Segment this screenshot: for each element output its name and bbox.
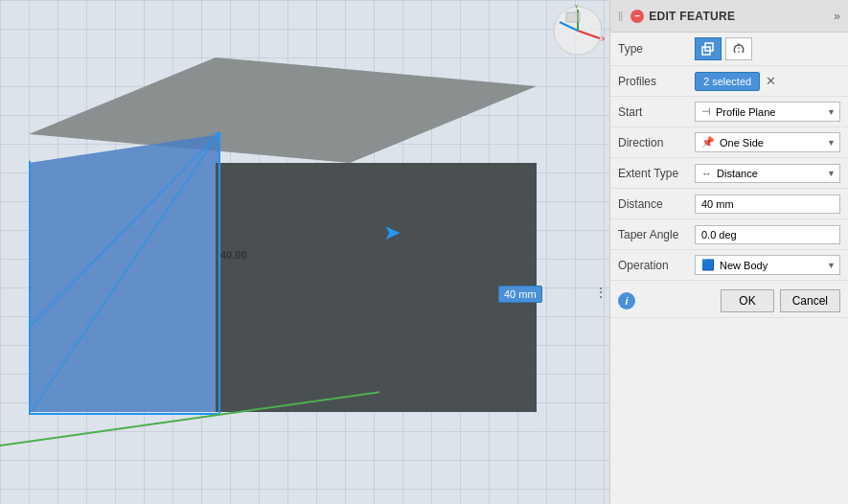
type-row: Type — [610, 33, 848, 66]
svg-text:X: X — [601, 34, 605, 43]
extent-dropdown[interactable]: ↔ Distance ▼ — [695, 164, 840, 183]
profiles-row: Profiles 2 selected ✕ — [610, 66, 848, 97]
panel-header: || − EDIT FEATURE » — [610, 0, 848, 33]
direction-dropdown-icon: 📌 — [701, 136, 715, 149]
drag-handle-icon: || — [618, 11, 623, 21]
direction-row: Direction 📌 One Side ▼ — [610, 127, 848, 158]
taper-controls — [695, 225, 840, 244]
operation-dropdown[interactable]: 🟦 New Body ▼ — [695, 255, 840, 275]
start-controls: ⊣ Profile Plane ▼ — [695, 102, 840, 122]
taper-label: Taper Angle — [618, 228, 695, 241]
extent-label: Extent Type — [618, 167, 695, 180]
3d-viewport[interactable]: 40.00 ➤ 40 mm ⋮ X Y — [0, 0, 609, 504]
direction-dropdown-value: One Side — [720, 137, 764, 149]
type-btn-revolve[interactable] — [725, 37, 752, 60]
type-controls — [695, 37, 840, 60]
inline-dimension-input[interactable]: 40 mm — [498, 286, 542, 303]
dimension-label: 40.00 — [220, 249, 247, 261]
start-dropdown-arrow: ▼ — [827, 107, 836, 117]
distance-label: Distance — [618, 197, 695, 211]
type-btn-extrude[interactable] — [695, 37, 722, 60]
panel-header-actions: » — [834, 10, 840, 23]
operation-label: Operation — [618, 259, 695, 272]
3d-model — [29, 57, 537, 412]
taper-input[interactable] — [695, 225, 840, 244]
start-dropdown-icon: ⊣ — [701, 105, 711, 118]
extent-controls: ↔ Distance ▼ — [695, 164, 840, 183]
distance-controls — [695, 195, 840, 214]
panel-header-left: || − EDIT FEATURE — [618, 10, 735, 23]
distance-input[interactable] — [695, 195, 840, 214]
profiles-selected-button[interactable]: 2 selected — [695, 72, 760, 91]
context-menu-trigger[interactable]: ⋮ — [594, 285, 607, 300]
start-row: Start ⊣ Profile Plane ▼ — [610, 97, 848, 127]
model-front-face — [216, 163, 537, 412]
direction-arrow: ➤ — [383, 220, 401, 245]
profiles-count: 2 selected — [703, 76, 751, 87]
ok-button[interactable]: OK — [721, 289, 773, 312]
diagonal-lines — [31, 134, 218, 412]
start-dropdown[interactable]: ⊣ Profile Plane ▼ — [695, 102, 840, 122]
cancel-button[interactable]: Cancel — [780, 289, 840, 312]
direction-dropdown-arrow: ▼ — [827, 138, 836, 148]
svg-text:Y: Y — [574, 5, 580, 11]
svg-line-0 — [31, 134, 218, 412]
collapse-icon[interactable]: − — [630, 10, 644, 23]
start-label: Start — [618, 105, 695, 119]
info-icon[interactable]: i — [618, 292, 635, 309]
profiles-label: Profiles — [618, 75, 695, 88]
expand-button[interactable]: » — [834, 10, 840, 23]
action-buttons: OK Cancel — [635, 289, 840, 312]
extent-dropdown-icon: ↔ — [701, 168, 712, 179]
direction-dropdown[interactable]: 📌 One Side ▼ — [695, 132, 840, 152]
extent-dropdown-value: Distance — [717, 168, 758, 179]
svg-rect-8 — [566, 12, 580, 22]
operation-controls: 🟦 New Body ▼ — [695, 255, 840, 275]
action-row: i OK Cancel — [610, 285, 848, 318]
axis-indicator: X Y — [552, 5, 605, 57]
profiles-clear-button[interactable]: ✕ — [764, 72, 778, 90]
direction-controls: 📌 One Side ▼ — [695, 132, 840, 152]
taper-angle-row: Taper Angle — [610, 219, 848, 250]
distance-row: Distance — [610, 189, 848, 219]
panel-title: EDIT FEATURE — [649, 10, 735, 23]
extent-dropdown-arrow: ▼ — [827, 169, 836, 178]
operation-row: Operation 🟦 New Body ▼ — [610, 250, 848, 281]
type-label: Type — [618, 42, 695, 56]
svg-line-1 — [31, 134, 218, 326]
start-dropdown-value: Profile Plane — [716, 106, 775, 118]
operation-dropdown-arrow: ▼ — [827, 261, 836, 270]
profiles-controls: 2 selected ✕ — [695, 72, 840, 91]
operation-dropdown-value: New Body — [720, 260, 768, 271]
edit-feature-panel: || − EDIT FEATURE » Type — [609, 0, 848, 504]
extent-type-row: Extent Type ↔ Distance ▼ — [610, 158, 848, 189]
operation-dropdown-icon: 🟦 — [701, 259, 715, 271]
direction-label: Direction — [618, 136, 695, 149]
